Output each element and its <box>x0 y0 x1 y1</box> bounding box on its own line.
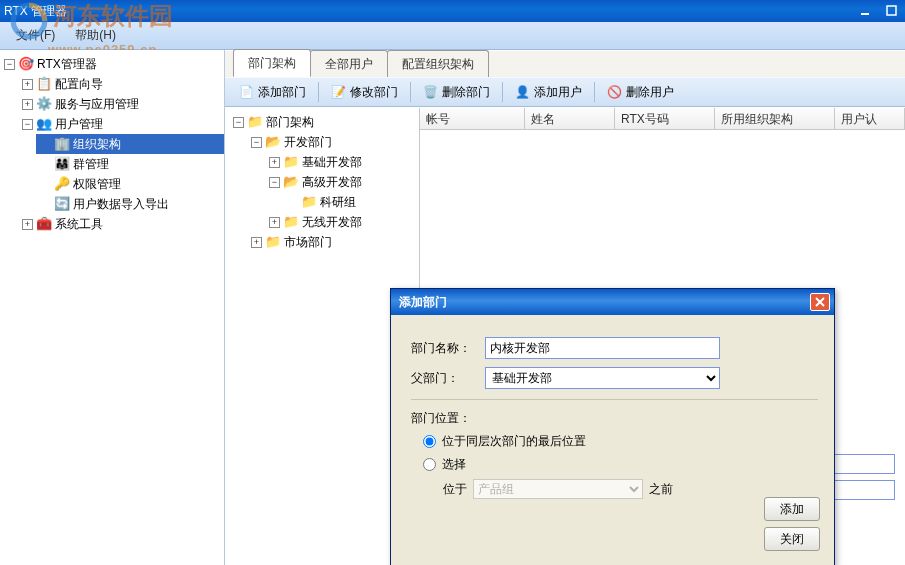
btn-label: 添加部门 <box>258 84 306 101</box>
minimize-button[interactable] <box>855 2 877 20</box>
expand-icon[interactable]: + <box>22 79 33 90</box>
dept-dev[interactable]: −📂开发部门 <box>247 132 415 152</box>
btn-label: 修改部门 <box>350 84 398 101</box>
pos-radio-select[interactable] <box>423 458 436 471</box>
dept-label: 市场部门 <box>284 233 332 251</box>
titlebar: RTX 管理器 <box>0 0 905 22</box>
tree-label: 组织架构 <box>73 135 121 153</box>
dialog-close-button[interactable] <box>810 293 830 311</box>
tree-org-structure[interactable]: 🏢组织架构 <box>36 134 224 154</box>
dept-name-input[interactable] <box>485 337 720 359</box>
menubar: 文件(F) 帮助(H) <box>0 22 905 50</box>
dept-market[interactable]: +📁市场部门 <box>247 232 415 252</box>
col-auth[interactable]: 用户认 <box>835 108 905 129</box>
col-account[interactable]: 帐号 <box>420 108 525 129</box>
dept-label: 科研组 <box>320 193 356 211</box>
dept-research[interactable]: 📁科研组 <box>283 192 415 212</box>
dept-adv-dev[interactable]: −📂高级开发部 <box>265 172 415 192</box>
window-buttons <box>853 1 905 21</box>
tree-root-label: RTX管理器 <box>37 55 97 73</box>
tree-label: 配置向导 <box>55 75 103 93</box>
tree-label: 用户管理 <box>55 115 103 133</box>
tools-icon: 🧰 <box>36 216 52 232</box>
dept-wireless-dev[interactable]: +📁无线开发部 <box>265 212 415 232</box>
tree-config-wizard[interactable]: +📋配置向导 <box>18 74 224 94</box>
btn-label: 删除部门 <box>442 84 490 101</box>
add-dept-dialog: 添加部门 部门名称： 父部门： 基础开发部 部门位置： 位于同层次部门的最后位置… <box>390 288 835 565</box>
dept-label: 高级开发部 <box>302 173 362 191</box>
tab-all-users[interactable]: 全部用户 <box>310 50 388 77</box>
tree-permission[interactable]: 🔑权限管理 <box>36 174 224 194</box>
service-icon: ⚙️ <box>36 96 52 112</box>
parent-dept-select[interactable]: 基础开发部 <box>485 367 720 389</box>
tree-user-mgmt[interactable]: −👥用户管理 <box>18 114 224 134</box>
add-user-button[interactable]: 👤添加用户 <box>505 81 592 104</box>
edit-dept-icon: 📝 <box>331 85 346 99</box>
tree-group-mgmt[interactable]: 👨‍👩‍👧群管理 <box>36 154 224 174</box>
divider <box>502 82 503 102</box>
pos-sub-label: 位于 <box>443 481 467 498</box>
tree-root[interactable]: − 🎯 RTX管理器 <box>0 54 224 74</box>
pos-radio-last[interactable] <box>423 435 436 448</box>
svg-rect-0 <box>861 13 869 15</box>
collapse-icon[interactable]: − <box>251 137 262 148</box>
divider <box>594 82 595 102</box>
menu-help[interactable]: 帮助(H) <box>65 23 126 48</box>
tree-service-app[interactable]: +⚙️服务与应用管理 <box>18 94 224 114</box>
expand-icon[interactable]: + <box>22 99 33 110</box>
close-icon <box>815 297 825 307</box>
delete-user-button[interactable]: 🚫删除用户 <box>597 81 684 104</box>
col-org[interactable]: 所用组织架构 <box>715 108 835 129</box>
dept-label: 无线开发部 <box>302 213 362 231</box>
dept-position-label: 部门位置： <box>411 410 818 427</box>
divider <box>318 82 319 102</box>
dept-position-group: 部门位置： 位于同层次部门的最后位置 选择 位于 产品组 之前 <box>411 410 818 499</box>
pos-option-select[interactable]: 选择 <box>423 456 818 473</box>
collapse-icon[interactable]: − <box>22 119 33 130</box>
menu-file[interactable]: 文件(F) <box>6 23 65 48</box>
delete-dept-button[interactable]: 🗑️删除部门 <box>413 81 500 104</box>
btn-label: 删除用户 <box>626 84 674 101</box>
col-name[interactable]: 姓名 <box>525 108 615 129</box>
delete-dept-icon: 🗑️ <box>423 85 438 99</box>
tabbar: 部门架构 全部用户 配置组织架构 <box>225 51 905 77</box>
collapse-icon[interactable]: − <box>4 59 15 70</box>
expand-icon[interactable]: + <box>269 217 280 228</box>
tab-dept-structure[interactable]: 部门架构 <box>233 49 311 77</box>
edit-dept-button[interactable]: 📝修改部门 <box>321 81 408 104</box>
tab-config-org[interactable]: 配置组织架构 <box>387 50 489 77</box>
expand-icon[interactable]: + <box>22 219 33 230</box>
expand-icon[interactable]: + <box>251 237 262 248</box>
pos-option-last[interactable]: 位于同层次部门的最后位置 <box>423 433 818 450</box>
dialog-add-button[interactable]: 添加 <box>764 497 820 521</box>
folder-icon: 📁 <box>283 154 299 170</box>
tree-label: 服务与应用管理 <box>55 95 139 113</box>
tree-import-export[interactable]: 🔄用户数据导入导出 <box>36 194 224 214</box>
import-export-icon: 🔄 <box>54 196 70 212</box>
tree-label: 用户数据导入导出 <box>73 195 169 213</box>
pos-sub-select[interactable]: 产品组 <box>473 479 643 499</box>
dialog-close-btn[interactable]: 关闭 <box>764 527 820 551</box>
add-dept-icon: 📄 <box>239 85 254 99</box>
divider <box>410 82 411 102</box>
add-user-icon: 👤 <box>515 85 530 99</box>
pos-option-last-label: 位于同层次部门的最后位置 <box>442 433 586 450</box>
collapse-icon[interactable]: − <box>233 117 244 128</box>
dept-basic-dev[interactable]: +📁基础开发部 <box>265 152 415 172</box>
svg-rect-1 <box>887 6 896 15</box>
tree-label: 群管理 <box>73 155 109 173</box>
dept-root[interactable]: −📁部门架构 <box>229 112 415 132</box>
rtx-icon: 🎯 <box>18 56 34 72</box>
tree-system-tools[interactable]: +🧰系统工具 <box>18 214 224 234</box>
folder-open-icon: 📂 <box>283 174 299 190</box>
folder-icon: 📁 <box>301 194 317 210</box>
delete-user-icon: 🚫 <box>607 85 622 99</box>
btn-label: 添加用户 <box>534 84 582 101</box>
expand-icon[interactable]: + <box>269 157 280 168</box>
add-dept-button[interactable]: 📄添加部门 <box>229 81 316 104</box>
folder-icon: 📁 <box>247 114 263 130</box>
folder-icon: 📁 <box>265 234 281 250</box>
collapse-icon[interactable]: − <box>269 177 280 188</box>
maximize-button[interactable] <box>881 2 903 20</box>
col-rtx-number[interactable]: RTX号码 <box>615 108 715 129</box>
